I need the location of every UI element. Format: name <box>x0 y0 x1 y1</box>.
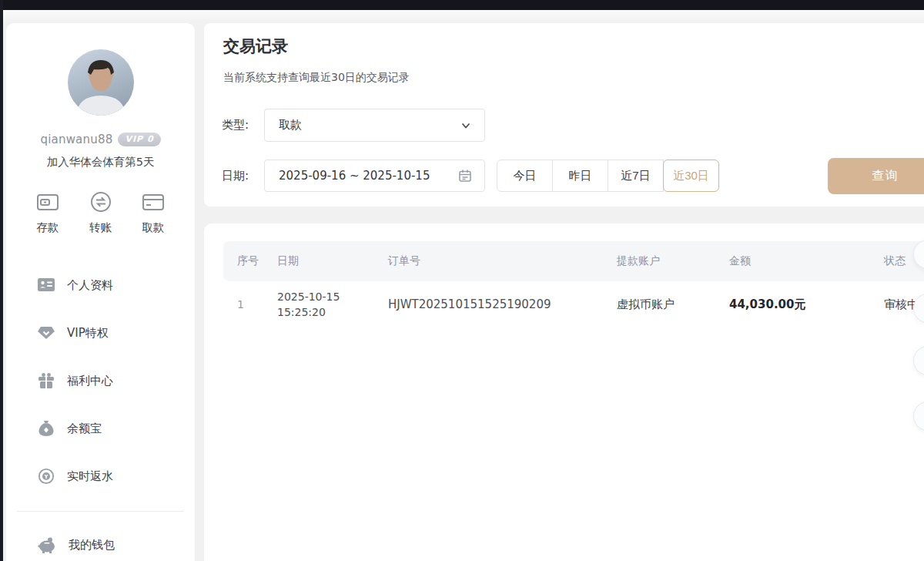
top-bar <box>0 0 924 10</box>
piggy-bank-icon <box>37 536 57 553</box>
filter-card: 交易记录 当前系统支持查询最近30日的交易记录 类型: 取款 日期: 2025-… <box>204 23 924 207</box>
quick-actions: 存款 转账 取款 <box>6 190 195 235</box>
col-header-date: 日期 <box>277 254 388 268</box>
gift-icon <box>37 372 55 389</box>
row-account: 虚拟币账户 <box>617 297 729 312</box>
sidebar-item-my-wallet[interactable]: 我的钱包 <box>6 521 195 561</box>
sidebar-item-label: 个人资料 <box>67 278 113 293</box>
sidebar-item-benefits[interactable]: 福利中心 <box>6 357 195 405</box>
quick-action-label: 存款 <box>37 220 59 235</box>
sidebar-item-label: 福利中心 <box>67 374 113 388</box>
row-date: 2025-10-15 15:25:20 <box>277 289 388 320</box>
rebate-coin-icon <box>37 468 55 485</box>
col-header-amount: 金额 <box>729 254 884 268</box>
transactions-table-card: 序号 日期 订单号 提款账户 金额 状态 1 2025-10-15 15:25:… <box>204 223 924 561</box>
page-title: 交易记录 <box>223 35 288 57</box>
date-range-input[interactable]: 2025-09-16 ~ 2025-10-15 <box>264 160 485 192</box>
join-days-text: 加入华体会体育第5天 <box>6 155 195 170</box>
type-select[interactable]: 取款 <box>264 109 485 142</box>
sidebar-item-vip[interactable]: VIP特权 <box>6 309 195 357</box>
vip-badge: VIP 0 <box>118 133 160 146</box>
sidebar-divider <box>17 511 184 512</box>
table-row: 1 2025-10-15 15:25:20 HJWT20251015152519… <box>223 281 924 328</box>
search-button[interactable]: 查询 <box>828 158 924 194</box>
sidebar: qianwanu88 VIP 0 加入华体会体育第5天 存款 <box>6 23 195 561</box>
sidebar-item-label: 实时返水 <box>67 469 113 484</box>
sidebar-item-label: 我的钱包 <box>69 538 115 553</box>
id-card-icon <box>37 277 55 293</box>
col-header-order-no: 订单号 <box>388 254 617 268</box>
type-label: 类型: <box>222 109 249 142</box>
quick-action-label: 取款 <box>142 220 165 235</box>
table-header-row: 序号 日期 订单号 提款账户 金额 状态 <box>223 241 924 281</box>
page-subtitle: 当前系统支持查询最近30日的交易记录 <box>223 71 410 85</box>
sidebar-item-label: 余额宝 <box>67 422 102 436</box>
date-range-value: 2025-09-16 ~ 2025-10-15 <box>279 169 458 183</box>
wallet-icon <box>35 190 60 213</box>
sidebar-item-yuebao[interactable]: 余额宝 <box>6 405 195 452</box>
avatar[interactable] <box>68 49 134 116</box>
transfer-icon <box>89 190 113 213</box>
username: qianwanu88 <box>40 133 112 146</box>
row-order-no: HJWT202510151525190209 <box>388 297 617 311</box>
calendar-icon <box>458 169 472 183</box>
top-background <box>0 10 924 23</box>
col-header-account: 提款账户 <box>617 254 729 268</box>
date-quick-ranges: 今日 昨日 近7日 近30日 <box>497 160 719 192</box>
sidebar-item-label: VIP特权 <box>67 326 109 341</box>
money-bag-icon <box>37 420 55 437</box>
range-yesterday-button[interactable]: 昨日 <box>552 160 608 192</box>
vip-gem-icon <box>37 325 55 341</box>
date-label: 日期: <box>222 160 249 193</box>
sidebar-item-profile[interactable]: 个人资料 <box>6 261 195 309</box>
left-edge-strip <box>0 0 3 561</box>
transfer-button[interactable]: 转账 <box>79 190 122 235</box>
sidebar-item-rebate[interactable]: 实时返水 <box>6 452 195 500</box>
type-select-value: 取款 <box>279 118 460 133</box>
range-7days-button[interactable]: 近7日 <box>608 160 664 192</box>
range-today-button[interactable]: 今日 <box>497 160 553 192</box>
range-30days-button[interactable]: 近30日 <box>663 160 719 192</box>
deposit-button[interactable]: 存款 <box>26 190 69 235</box>
chevron-down-icon <box>460 119 472 132</box>
row-index: 1 <box>237 298 277 311</box>
row-date-time: 15:25:20 <box>277 306 326 318</box>
sidebar-menu: 个人资料 VIP特权 福利中心 <box>6 261 195 500</box>
quick-action-label: 转账 <box>89 220 112 235</box>
row-date-day: 2025-10-15 <box>277 291 340 303</box>
withdraw-button[interactable]: 取款 <box>132 190 175 235</box>
row-amount: 44,030.00元 <box>729 297 884 312</box>
col-header-index: 序号 <box>237 254 277 268</box>
bank-card-icon <box>141 190 166 213</box>
